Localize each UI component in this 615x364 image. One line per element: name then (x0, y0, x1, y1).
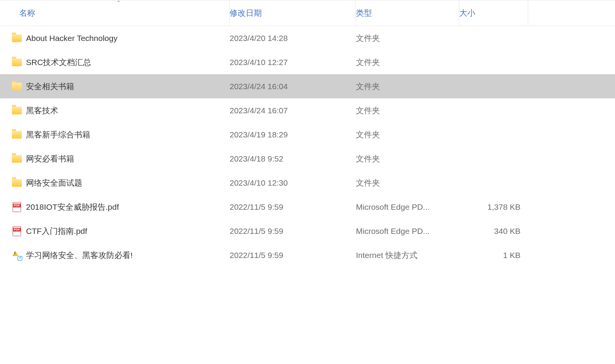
cell-type: Microsoft Edge PD... (356, 227, 459, 236)
cell-date: 2022/11/5 9:59 (230, 227, 356, 236)
cell-type: Internet 快捷方式 (356, 250, 459, 261)
cell-date: 2023/4/20 14:28 (230, 34, 356, 43)
row-icon (11, 57, 22, 68)
folder-icon (12, 59, 22, 66)
column-header-type[interactable]: 类型 (356, 0, 459, 26)
cell-date: 2022/11/5 9:59 (230, 202, 356, 212)
cell-type: 文件夹 (356, 81, 459, 92)
cell-name: CTF入门指南.pdf (8, 226, 230, 237)
file-row[interactable]: SRC技术文档汇总2023/4/10 12:27文件夹 (0, 50, 615, 74)
file-date: 2022/11/5 9:59 (230, 251, 283, 260)
file-list-view: ⌃ 名称 修改日期 类型 大小 About Hacker Technology2… (0, 0, 615, 267)
cell-type: 文件夹 (356, 57, 459, 68)
folder-icon (12, 107, 22, 114)
file-type: 文件夹 (356, 33, 380, 44)
pdf-icon (13, 226, 21, 236)
cell-name: 网络安全面试题 (8, 178, 230, 188)
file-type: Internet 快捷方式 (356, 250, 418, 261)
cell-date: 2023/4/10 12:30 (230, 178, 356, 188)
cell-type: 文件夹 (356, 105, 459, 116)
cell-type: 文件夹 (356, 33, 459, 44)
cell-name: 黑客新手综合书籍 (8, 129, 230, 140)
pdf-icon (13, 202, 21, 212)
cell-name: 2018IOT安全威胁报告.pdf (8, 202, 230, 212)
cell-size: 1,378 KB (459, 202, 528, 212)
cell-date: 2023/4/24 16:07 (230, 106, 356, 115)
column-header-name-label: 名称 (19, 8, 35, 18)
file-name: 网安必看书籍 (26, 153, 74, 164)
row-icon (11, 129, 22, 140)
row-icon (11, 226, 22, 237)
file-name: 2018IOT安全威胁报告.pdf (26, 202, 119, 212)
file-row[interactable]: 学习网络安全、黑客攻防必看!2022/11/5 9:59Internet 快捷方… (0, 243, 615, 267)
file-date: 2023/4/20 14:28 (230, 34, 288, 43)
row-icon (11, 105, 22, 116)
column-header-date[interactable]: 修改日期 (230, 0, 356, 26)
file-rows-container: About Hacker Technology2023/4/20 14:28文件… (0, 26, 615, 267)
cell-name: 学习网络安全、黑客攻防必看! (8, 250, 230, 261)
file-type: Microsoft Edge PD... (356, 227, 430, 236)
file-name: 安全相关书籍 (26, 81, 74, 92)
file-date: 2023/4/24 16:04 (230, 82, 288, 91)
file-name: CTF入门指南.pdf (26, 226, 87, 237)
row-icon (11, 153, 22, 164)
cell-size: 1 KB (459, 251, 528, 260)
cell-date: 2023/4/18 9:52 (230, 154, 356, 163)
file-type: 文件夹 (356, 129, 380, 140)
column-header-type-label: 类型 (356, 8, 372, 18)
file-type: 文件夹 (356, 178, 380, 188)
file-name: 黑客技术 (26, 105, 58, 116)
file-type: Microsoft Edge PD... (356, 202, 430, 212)
row-icon (11, 33, 22, 44)
cell-type: 文件夹 (356, 153, 459, 164)
file-type: 文件夹 (356, 105, 380, 116)
folder-open-icon (12, 83, 22, 90)
file-row[interactable]: CTF入门指南.pdf2022/11/5 9:59Microsoft Edge … (0, 219, 615, 243)
cell-date: 2022/11/5 9:59 (230, 251, 356, 260)
file-row[interactable]: 黑客技术2023/4/24 16:07文件夹 (0, 98, 615, 122)
file-name: 网络安全面试题 (26, 178, 82, 188)
file-row[interactable]: 网络安全面试题2023/4/10 12:30文件夹 (0, 171, 615, 195)
file-date: 2023/4/18 9:52 (230, 154, 283, 163)
file-row[interactable]: About Hacker Technology2023/4/20 14:28文件… (0, 26, 615, 50)
file-type: 文件夹 (356, 153, 380, 164)
column-header-name[interactable]: ⌃ 名称 (8, 0, 230, 26)
file-date: 2022/11/5 9:59 (230, 227, 283, 236)
file-date: 2022/11/5 9:59 (230, 202, 283, 212)
internet-shortcut-icon (12, 251, 21, 260)
cell-name: SRC技术文档汇总 (8, 57, 230, 68)
file-size: 1,378 KB (488, 202, 520, 212)
cell-name: 网安必看书籍 (8, 153, 230, 164)
folder-icon (12, 179, 22, 187)
column-header-date-label: 修改日期 (230, 8, 262, 18)
file-name: About Hacker Technology (26, 34, 117, 43)
file-row[interactable]: 黑客新手综合书籍2023/4/19 18:29文件夹 (0, 122, 615, 147)
row-icon (11, 250, 22, 261)
cell-date: 2023/4/24 16:04 (230, 82, 356, 91)
file-size: 1 KB (503, 251, 520, 260)
column-header-size[interactable]: 大小 (459, 0, 528, 26)
file-name: SRC技术文档汇总 (26, 57, 91, 68)
cell-name: About Hacker Technology (8, 33, 230, 44)
row-icon (11, 202, 22, 212)
file-date: 2023/4/19 18:29 (230, 130, 288, 139)
cell-type: 文件夹 (356, 178, 459, 188)
file-type: 文件夹 (356, 81, 380, 92)
cell-date: 2023/4/10 12:27 (230, 58, 356, 67)
sort-indicator-icon: ⌃ (116, 0, 121, 6)
cell-name: 黑客技术 (8, 105, 230, 116)
cell-size: 340 KB (459, 227, 528, 236)
folder-icon (12, 131, 22, 139)
column-header-size-label: 大小 (459, 8, 475, 18)
cell-date: 2023/4/19 18:29 (230, 130, 356, 139)
file-name: 学习网络安全、黑客攻防必看! (26, 250, 133, 261)
folder-icon (12, 34, 22, 42)
file-row[interactable]: 安全相关书籍2023/4/24 16:04文件夹 (0, 74, 615, 98)
file-size: 340 KB (494, 227, 520, 236)
row-icon (11, 178, 22, 188)
file-name: 黑客新手综合书籍 (26, 129, 90, 140)
file-row[interactable]: 网安必看书籍2023/4/18 9:52文件夹 (0, 147, 615, 171)
column-header-row: ⌃ 名称 修改日期 类型 大小 (0, 0, 615, 26)
cell-type: Microsoft Edge PD... (356, 202, 459, 212)
file-row[interactable]: 2018IOT安全威胁报告.pdf2022/11/5 9:59Microsoft… (0, 195, 615, 219)
